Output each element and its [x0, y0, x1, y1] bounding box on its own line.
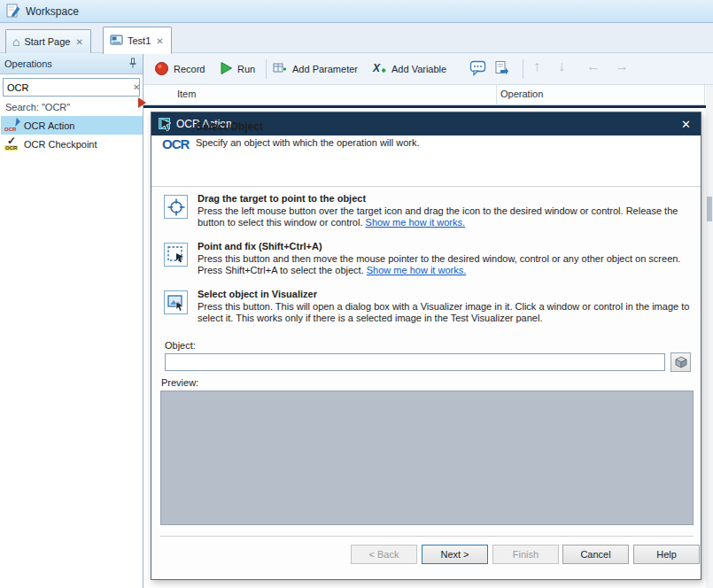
ocr-action-dialog: OCR Action ✕ OCR Select Object Specify a… — [151, 112, 701, 580]
keyword-test-grid-header: Item Operation — [143, 85, 713, 105]
current-row-marker — [138, 97, 146, 108]
workspace-icon — [6, 4, 19, 19]
tab-test1[interactable]: Test1 ✕ — [103, 27, 172, 54]
wizard-page-title: Select Object — [196, 120, 263, 133]
app-window: Workspace ⌂ Start Page ✕ Test1 ✕ Operati… — [0, 0, 713, 588]
sidebar-item-label: OCR Action — [24, 120, 74, 131]
option-title-point-fix: Point and fix (Shift+Ctrl+A) — [198, 241, 322, 251]
search-input[interactable] — [7, 82, 133, 93]
preview-label: Preview: — [161, 377, 198, 388]
tab-label: Test1 — [128, 35, 151, 46]
option-text-drag-target: Press the left mouse button over the tar… — [198, 205, 690, 228]
cancel-button[interactable]: Cancel — [562, 545, 629, 564]
sidebar-item-label: OCR Checkpoint — [24, 139, 97, 150]
add-parameter-button[interactable]: Add Parameter — [273, 53, 358, 85]
document-tabbar: ⌂ Start Page ✕ Test1 ✕ — [0, 23, 713, 53]
column-header-operation[interactable]: Operation — [500, 89, 543, 99]
add-variable-button[interactable]: X Add Variable — [372, 53, 446, 85]
record-label: Record — [174, 64, 205, 74]
component-icon — [675, 356, 687, 368]
move-up-button[interactable]: ↑ — [533, 58, 540, 74]
tab-start-page[interactable]: ⌂ Start Page ✕ — [5, 29, 91, 53]
window-title: Workspace — [26, 5, 79, 18]
preview-area — [160, 391, 694, 525]
svg-text:X: X — [372, 62, 381, 74]
option-text-visualizer: Press this button. This will open a dial… — [198, 301, 690, 324]
add-operation-button[interactable] — [494, 53, 510, 85]
column-header-item[interactable]: Item — [177, 89, 196, 99]
show-me-how-link[interactable]: Show me how it works. — [366, 217, 465, 228]
search-result-hint: Search: "OCR" — [5, 102, 70, 112]
home-icon: ⌂ — [12, 35, 19, 49]
object-picker-button[interactable] — [670, 352, 691, 372]
add-variable-icon: X — [372, 61, 387, 78]
run-label: Run — [237, 64, 255, 74]
ocr-action-icon: OCR — [4, 119, 19, 133]
option-title-visualizer: Select object in Visualizer — [198, 289, 317, 299]
tab-close-icon[interactable]: ✕ — [155, 36, 164, 46]
record-button[interactable]: Record — [154, 53, 205, 85]
select-in-visualizer-button[interactable] — [164, 290, 188, 314]
comment-button[interactable] — [469, 53, 487, 85]
run-icon — [220, 61, 233, 77]
ocr-logo-icon: OCR — [162, 125, 194, 151]
option-text-point-fix: Press this button and then move the mous… — [198, 253, 690, 276]
object-input[interactable] — [165, 353, 665, 371]
operations-search: ✕ — [3, 78, 140, 97]
comment-icon — [469, 60, 487, 78]
drag-target-button[interactable] — [164, 195, 188, 219]
run-button[interactable]: Run — [220, 53, 255, 85]
row-insert-indicator — [143, 105, 713, 108]
operations-panel-title: Operations — [4, 58, 128, 69]
sidebar-item-ocr-checkpoint[interactable]: OCR✓ OCR Checkpoint — [1, 135, 143, 153]
sidebar-item-ocr-action[interactable]: OCR OCR Action — [1, 116, 143, 135]
object-label: Object: — [165, 340, 196, 351]
point-fix-icon — [167, 245, 186, 265]
show-me-how-link[interactable]: Show me how it works. — [367, 265, 466, 275]
back-button[interactable]: < Back — [351, 545, 417, 564]
window-titlebar: Workspace — [0, 0, 713, 23]
target-icon — [167, 197, 186, 217]
clear-search-icon[interactable]: ✕ — [133, 82, 140, 92]
indent-button[interactable]: → — [615, 58, 629, 74]
tab-close-icon[interactable]: ✕ — [74, 37, 83, 47]
operations-panel-header: Operations — [0, 53, 143, 74]
help-button[interactable]: Help — [633, 545, 700, 564]
tab-label: Start Page — [24, 36, 70, 47]
add-parameter-icon — [273, 61, 288, 78]
move-down-button[interactable]: ↓ — [558, 58, 565, 74]
ocr-checkpoint-icon: OCR✓ — [4, 137, 19, 151]
operations-panel: Operations ✕ Search: "OCR" OCR OCR Actio… — [0, 53, 143, 588]
next-button[interactable]: Next > — [422, 545, 488, 564]
finish-button[interactable]: Finish — [492, 545, 559, 564]
point-and-fix-button[interactable] — [164, 243, 188, 267]
vertical-scrollbar[interactable] — [706, 85, 713, 588]
visualizer-icon — [167, 293, 186, 313]
wizard-page-subtitle: Specify an object with which the operati… — [196, 137, 420, 148]
add-parameter-label: Add Parameter — [292, 64, 358, 74]
test-icon — [110, 35, 123, 48]
option-title-drag-target: Drag the target to point to the object — [198, 193, 366, 204]
footer-divider — [160, 536, 694, 537]
add-variable-label: Add Variable — [391, 64, 446, 74]
outdent-button[interactable]: ← — [586, 58, 601, 74]
record-icon — [154, 61, 169, 78]
option-text: Press this button. This will open a dial… — [198, 301, 689, 323]
document-add-icon — [494, 60, 510, 78]
pin-icon[interactable] — [128, 58, 138, 70]
dialog-close-icon[interactable]: ✕ — [678, 118, 694, 131]
test-toolbar: Record Run Add Parameter — [143, 53, 713, 85]
scrollbar-thumb[interactable] — [707, 197, 712, 221]
